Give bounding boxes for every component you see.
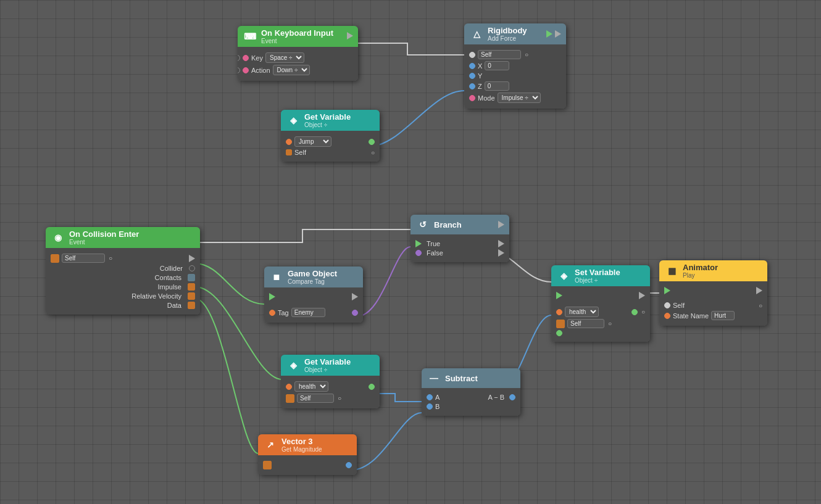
get-variable-jump-node: ◈ Get Variable Object ÷ ○ Jump ○ Self ○ — [281, 110, 380, 162]
health-get-select[interactable]: health — [294, 381, 328, 392]
animator-header: ▦ Animator Play — [659, 260, 767, 281]
b-in-indicator: ○ — [422, 403, 422, 410]
animator-subtitle: Play — [683, 272, 718, 279]
health-select[interactable]: health — [565, 307, 599, 317]
contacts-port — [188, 274, 195, 281]
data-port — [188, 302, 195, 309]
self-health-input[interactable] — [297, 394, 334, 403]
key-in-port — [238, 55, 240, 61]
z-in-indicator: ○ — [464, 83, 465, 90]
get-var-health-body: ○ health ○ ○ — [281, 376, 380, 408]
set-variable-node: ◈ Set Variable Object ÷ ○ health ○ ○ ○ — [551, 265, 650, 342]
subtract-header: — Subtract — [422, 368, 520, 388]
mode-port — [469, 95, 475, 101]
health-row: ○ health — [286, 381, 375, 392]
collider-row: Collider — [51, 265, 195, 272]
collision-enter-node: ◉ On Collision Enter Event ○ ○ Collider … — [46, 227, 200, 315]
health-in-indicator: ○ — [551, 308, 552, 316]
rigidbody-header: △ Rigidbody Add Force — [464, 23, 566, 44]
x-port — [469, 63, 475, 69]
self-set-input[interactable] — [567, 319, 604, 328]
get-var-health-title: Get Variable — [304, 357, 351, 366]
tag-in-indicator: ○ — [264, 309, 265, 316]
get-var-jump-header: ◈ Get Variable Object ÷ — [281, 110, 380, 131]
self-jump-icon-port — [286, 149, 292, 155]
vector3-title: Vector 3 — [281, 437, 322, 446]
key-select[interactable]: Space ÷ — [265, 52, 304, 63]
relvel-row: Relative Velocity — [51, 292, 195, 300]
self-health-in: ○ — [281, 395, 281, 402]
keyboard-input-header: ⌨ On Keyboard Input Event — [238, 26, 358, 47]
collision-body: ○ ○ Collider Contacts Impulse Relative V… — [46, 248, 200, 315]
health-in-port — [556, 309, 562, 315]
mode-select[interactable]: Impulse ÷ — [498, 93, 541, 103]
z-row: ○ Z — [469, 81, 561, 91]
x-input[interactable] — [485, 61, 509, 70]
health-get-in: ○ — [281, 383, 281, 390]
rigidbody-title: Rigidbody — [488, 26, 527, 35]
z-input[interactable] — [485, 81, 509, 91]
key-port — [243, 55, 249, 61]
keyboard-out-flow-port — [347, 32, 353, 39]
get-var-jump-title: Get Variable — [304, 112, 351, 122]
b-row: ○ B — [427, 403, 515, 410]
keyboard-input-node: ⌨ On Keyboard Input Event Key Space ÷ Ac… — [238, 26, 358, 81]
set-var-body: ○ health ○ ○ ○ — [551, 286, 650, 342]
get-var-health-header: ◈ Get Variable Object ÷ — [281, 355, 380, 376]
self-health-row: ○ ○ — [286, 394, 375, 403]
set-extra-green-port — [556, 330, 562, 336]
jump-in-port — [286, 139, 292, 145]
anim-self-in: ○ — [659, 302, 660, 309]
mode-in-indicator: ○ — [464, 94, 465, 102]
branch-in-flow — [415, 240, 422, 247]
collision-subtitle: Event — [69, 239, 139, 246]
set-flow-row — [556, 292, 645, 299]
self-jump-row: ○ Self ○ — [286, 149, 375, 156]
health-out-port — [631, 309, 638, 315]
self-in-indicator: ○ — [464, 51, 465, 59]
a-in-port — [427, 394, 433, 400]
rigidbody-icon: △ — [469, 27, 484, 41]
mag-in-port — [263, 461, 272, 469]
get-var-jump-subtitle: Object ÷ — [304, 122, 351, 128]
tag-in-port — [269, 310, 275, 316]
action-in-port — [238, 67, 240, 73]
tag-input[interactable] — [291, 308, 325, 317]
contacts-row: Contacts — [51, 274, 195, 281]
self-row: ○ ○ — [469, 50, 561, 59]
health-get-port — [286, 384, 292, 390]
vector3-header: ↗ Vector 3 Get Magnitude — [258, 434, 357, 455]
self-input[interactable] — [478, 50, 521, 59]
anim-out-flow — [756, 287, 762, 294]
get-var-jump-body: ○ Jump ○ Self ○ — [281, 131, 380, 162]
branch-title: Branch — [434, 220, 462, 229]
jump-select[interactable]: Jump — [294, 136, 331, 147]
state-name-input[interactable] — [711, 311, 735, 320]
branch-in-flow-port — [498, 221, 504, 228]
set-extra-port — [556, 330, 645, 336]
compare-tag-title: Game Object — [288, 269, 337, 278]
branch-false-out — [498, 249, 504, 257]
false-row: False — [415, 249, 504, 257]
collision-self-icon-port — [51, 254, 59, 263]
action-select[interactable]: Down ÷ — [273, 65, 310, 75]
anim-self-port — [664, 302, 670, 308]
get-var-health-subtitle: Object ÷ — [304, 366, 351, 373]
y-row: ○ Y — [469, 72, 561, 80]
self-port — [469, 52, 475, 58]
compare-flow-row — [269, 293, 358, 300]
get-var-jump-icon: ◈ — [286, 113, 301, 128]
keyboard-input-subtitle: Event — [261, 38, 333, 44]
data-row: Data — [51, 302, 195, 309]
collision-self-input[interactable] — [62, 254, 105, 263]
get-variable-health-node: ◈ Get Variable Object ÷ ○ health ○ ○ — [281, 355, 380, 408]
self-health-icon-port — [286, 394, 294, 403]
tag-out-port — [352, 310, 358, 316]
self-jump-in-indicator: ○ — [281, 149, 281, 156]
state-name-port — [664, 313, 670, 319]
collision-self-in: ○ — [46, 255, 46, 262]
set-var-subtitle: Object ÷ — [575, 277, 620, 284]
collision-icon: ◉ — [51, 230, 65, 245]
compare-out-flow — [352, 293, 358, 300]
branch-header: ↺ Branch — [410, 215, 509, 234]
